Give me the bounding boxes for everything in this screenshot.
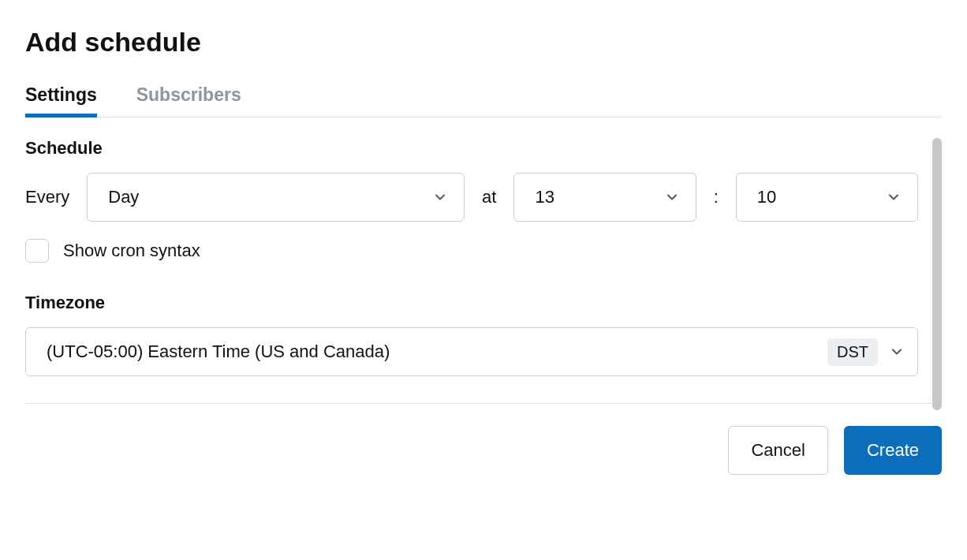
chevron-down-icon	[886, 189, 902, 205]
tabs: Settings Subscribers	[25, 78, 942, 118]
chevron-down-icon	[664, 189, 680, 205]
hour-select[interactable]: 13	[513, 173, 696, 222]
minute-select[interactable]: 10	[736, 173, 918, 222]
footer-divider	[25, 403, 942, 404]
minute-value: 10	[757, 187, 776, 207]
dst-badge: DST	[827, 338, 878, 366]
create-button[interactable]: Create	[844, 426, 942, 475]
schedule-section-title: Schedule	[25, 138, 918, 159]
frequency-value: Day	[108, 187, 139, 207]
cron-syntax-label: Show cron syntax	[63, 241, 200, 261]
timezone-select[interactable]: (UTC-05:00) Eastern Time (US and Canada)…	[25, 327, 918, 376]
time-colon: :	[714, 187, 719, 207]
cancel-button-label: Cancel	[751, 440, 805, 461]
tab-settings[interactable]: Settings	[25, 78, 97, 117]
cancel-button[interactable]: Cancel	[728, 426, 827, 475]
frequency-select[interactable]: Day	[87, 173, 465, 222]
hour-value: 13	[535, 187, 554, 207]
timezone-section-title: Timezone	[25, 293, 918, 313]
modal-footer: Cancel Create	[25, 426, 942, 475]
cron-syntax-checkbox[interactable]	[25, 239, 49, 263]
settings-panel: Schedule Every Day at 13 : 10	[25, 138, 942, 376]
tab-subscribers[interactable]: Subscribers	[136, 78, 241, 117]
chevron-down-icon	[432, 189, 448, 205]
add-schedule-modal: Add schedule Settings Subscribers Schedu…	[0, 0, 967, 494]
tab-settings-label: Settings	[25, 84, 97, 105]
tab-subscribers-label: Subscribers	[136, 84, 241, 105]
panel-scrollbar[interactable]	[932, 138, 942, 414]
scrollbar-thumb[interactable]	[932, 138, 942, 410]
at-label: at	[482, 187, 496, 207]
timezone-right: DST	[827, 338, 905, 366]
chevron-down-icon	[889, 344, 905, 360]
schedule-row: Every Day at 13 : 10	[25, 173, 918, 222]
create-button-label: Create	[867, 440, 919, 461]
every-label: Every	[25, 187, 69, 207]
cron-syntax-row: Show cron syntax	[25, 239, 918, 263]
modal-title: Add schedule	[25, 27, 942, 58]
timezone-value: (UTC-05:00) Eastern Time (US and Canada)	[47, 342, 390, 362]
